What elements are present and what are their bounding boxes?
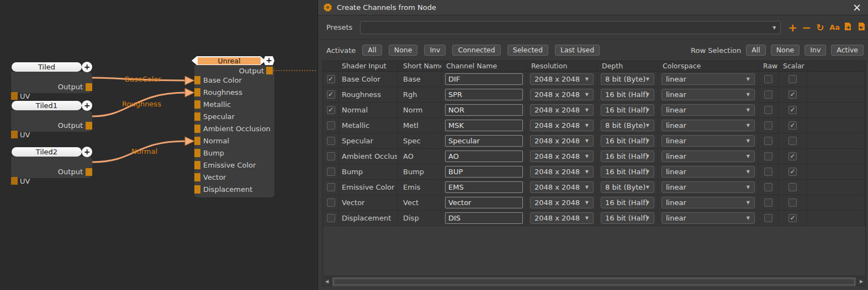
active-checkbox[interactable]: ✓ xyxy=(327,198,335,207)
scalar-checkbox[interactable]: ✓ xyxy=(788,121,797,130)
depth-dropdown[interactable]: 16 bit (Half) ▼ xyxy=(601,135,654,147)
output-port[interactable] xyxy=(86,168,92,176)
colorspace-dropdown[interactable]: linear ▼ xyxy=(661,151,755,162)
channel-name-input[interactable] xyxy=(445,166,523,178)
dialog-titlebar[interactable]: Create Channels from Node × xyxy=(318,0,868,15)
raw-checkbox[interactable]: ✓ xyxy=(764,183,772,191)
activate-filter-button[interactable]: Connected xyxy=(452,45,500,56)
channel-row[interactable]: ✓ Specular Spec 2048 x 2048 ▼ xyxy=(323,133,865,149)
raw-checkbox[interactable]: ✓ xyxy=(764,75,772,83)
scalar-checkbox[interactable]: ✓ xyxy=(788,106,797,114)
colorspace-dropdown[interactable]: linear ▼ xyxy=(661,73,755,85)
depth-dropdown[interactable]: 16 bit (Half) ▼ xyxy=(601,104,654,116)
scalar-checkbox[interactable]: ✓ xyxy=(788,137,797,145)
channel-name-input[interactable] xyxy=(445,73,523,85)
channel-name-input[interactable] xyxy=(445,104,523,116)
colorspace-dropdown[interactable]: linear ▼ xyxy=(661,120,755,131)
activate-filter-button[interactable]: None xyxy=(389,45,418,56)
resolution-dropdown[interactable]: 2048 x 2048 ▼ xyxy=(530,120,594,131)
add-port-button[interactable]: + xyxy=(82,62,92,72)
colorspace-dropdown[interactable]: linear ▼ xyxy=(661,181,755,193)
raw-checkbox[interactable]: ✓ xyxy=(764,137,772,145)
scalar-checkbox[interactable]: ✓ xyxy=(788,198,797,207)
resolution-dropdown[interactable]: 2048 x 2048 ▼ xyxy=(530,89,594,100)
output-port[interactable] xyxy=(86,122,92,130)
node-header[interactable]: Tiled2 xyxy=(12,147,82,157)
row-selection-button[interactable]: None xyxy=(771,45,800,56)
channel-row[interactable]: ✓ Metallic Metl 2048 x 2048 ▼ xyxy=(323,118,865,133)
add-port-button[interactable]: + xyxy=(82,100,92,111)
activate-filter-button[interactable]: Selected xyxy=(507,45,548,56)
active-checkbox[interactable]: ✓ xyxy=(327,152,335,160)
active-checkbox[interactable]: ✓ xyxy=(327,183,335,191)
depth-dropdown[interactable]: 16 bit (Half) ▼ xyxy=(601,166,654,178)
uv-port[interactable] xyxy=(11,92,18,100)
refresh-icon[interactable]: ↻ xyxy=(816,23,824,33)
row-selection-button[interactable]: Active xyxy=(831,45,864,56)
channel-name-input[interactable] xyxy=(445,89,523,100)
channel-row[interactable]: ✓ Bump Bump 2048 x 2048 ▼ xyxy=(323,164,865,180)
raw-checkbox[interactable]: ✓ xyxy=(764,168,772,176)
resolution-dropdown[interactable]: 2048 x 2048 ▼ xyxy=(530,212,594,224)
tiled-node[interactable]: Tiled1 + Output UV xyxy=(11,101,92,132)
channel-row[interactable]: ✓ Emissive Color Emis 2048 x 2048 ▼ xyxy=(323,180,865,195)
save-preset-icon[interactable] xyxy=(843,22,852,33)
horizontal-scrollbar[interactable]: ◀ ▶ xyxy=(322,277,866,286)
output-port[interactable] xyxy=(86,83,92,91)
activate-filter-button[interactable]: Last Used xyxy=(555,45,600,56)
close-icon[interactable]: × xyxy=(853,2,861,13)
node-body[interactable]: Output UV xyxy=(11,110,92,132)
uv-port[interactable] xyxy=(11,131,18,138)
depth-dropdown[interactable]: 16 bit (Half) ▼ xyxy=(601,212,654,224)
row-selection-button[interactable]: Inv xyxy=(805,45,826,56)
scrollbar-track[interactable] xyxy=(332,277,856,286)
add-preset-icon[interactable]: + xyxy=(788,23,797,33)
channel-row[interactable]: ✓ Base Color Base 2048 x 2048 ▼ xyxy=(323,72,865,87)
add-port-button[interactable]: + xyxy=(82,147,92,157)
scalar-checkbox[interactable]: ✓ xyxy=(788,152,797,160)
depth-dropdown[interactable]: 8 bit (Byte) ▼ xyxy=(601,181,654,193)
active-checkbox[interactable]: ✓ xyxy=(327,168,335,176)
node-graph-canvas[interactable]: BaseColor Roughness Normal Tiled + Outpu… xyxy=(0,0,317,290)
tiled-node[interactable]: Tiled + Output UV xyxy=(11,62,92,93)
scalar-checkbox[interactable]: ✓ xyxy=(788,168,797,176)
colorspace-dropdown[interactable]: linear ▼ xyxy=(661,197,755,208)
resolution-dropdown[interactable]: 2048 x 2048 ▼ xyxy=(530,197,594,208)
scalar-checkbox[interactable]: ✓ xyxy=(788,183,797,191)
node-header[interactable]: Tiled1 xyxy=(12,101,82,110)
channel-name-input[interactable] xyxy=(445,151,523,162)
raw-checkbox[interactable]: ✓ xyxy=(764,90,772,99)
rename-icon[interactable]: Aa xyxy=(829,23,838,31)
channel-name-input[interactable] xyxy=(445,135,523,147)
colorspace-dropdown[interactable]: linear ▼ xyxy=(661,89,755,100)
channel-row[interactable]: ✓ Normal Norm 2048 x 2048 ▼ xyxy=(323,103,865,118)
raw-checkbox[interactable]: ✓ xyxy=(764,106,772,114)
channel-name-input[interactable] xyxy=(445,197,523,208)
row-selection-button[interactable]: All xyxy=(746,45,766,56)
scroll-right-button[interactable]: ▶ xyxy=(857,277,866,286)
channel-row[interactable]: ✓ Roughness Rgh 2048 x 2048 ▼ xyxy=(323,87,865,103)
channel-name-input[interactable] xyxy=(445,120,523,131)
node-header[interactable]: Tiled xyxy=(12,62,82,72)
active-checkbox[interactable]: ✓ xyxy=(327,90,335,99)
resolution-dropdown[interactable]: 2048 x 2048 ▼ xyxy=(530,151,594,162)
active-checkbox[interactable]: ✓ xyxy=(327,137,335,145)
node-body[interactable]: Output UV xyxy=(11,72,92,93)
scroll-left-button[interactable]: ◀ xyxy=(322,277,331,286)
node-header-selected[interactable]: Unreal xyxy=(192,56,266,65)
scrollbar-thumb[interactable] xyxy=(334,278,855,285)
scalar-checkbox[interactable]: ✓ xyxy=(788,214,797,222)
load-preset-icon[interactable] xyxy=(857,22,866,33)
depth-dropdown[interactable]: 16 bit (Half) ▼ xyxy=(601,197,654,208)
raw-checkbox[interactable]: ✓ xyxy=(764,198,772,207)
uv-port[interactable] xyxy=(11,177,18,185)
raw-checkbox[interactable]: ✓ xyxy=(764,152,772,160)
resolution-dropdown[interactable]: 2048 x 2048 ▼ xyxy=(530,73,594,85)
remove-preset-icon[interactable]: − xyxy=(802,23,811,33)
resolution-dropdown[interactable]: 2048 x 2048 ▼ xyxy=(530,181,594,193)
depth-dropdown[interactable]: 16 bit (Half) ▼ xyxy=(601,151,654,162)
channel-name-input[interactable] xyxy=(445,181,523,193)
depth-dropdown[interactable]: 8 bit (Byte) ▼ xyxy=(601,120,654,131)
depth-dropdown[interactable]: 16 bit (Half) ▼ xyxy=(601,89,654,100)
depth-dropdown[interactable]: 8 bit (Byte) ▼ xyxy=(601,73,654,85)
